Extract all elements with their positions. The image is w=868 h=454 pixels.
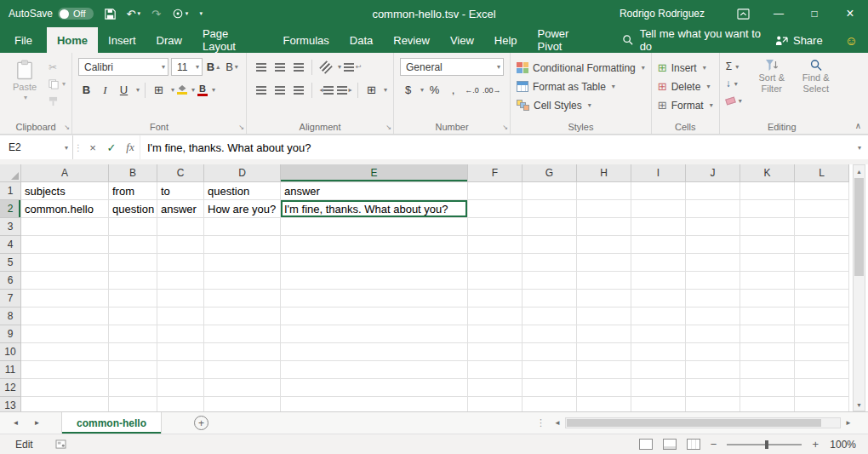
cell-F5[interactable]	[468, 254, 523, 272]
tab-home[interactable]: Home	[47, 27, 98, 53]
cell-E10[interactable]	[281, 343, 468, 361]
cell-I2[interactable]	[631, 200, 686, 218]
undo-button[interactable]: ↶ ▾	[127, 8, 140, 20]
sheet-nav-right-icon[interactable]: ►	[26, 412, 48, 434]
underline-dropdown-icon[interactable]: ▾	[134, 86, 140, 94]
cell-J7[interactable]	[686, 290, 740, 307]
scroll-down-icon[interactable]: ▼	[854, 399, 865, 411]
copy-button[interactable]: ▾	[49, 78, 66, 90]
format-painter-button[interactable]	[49, 95, 66, 107]
align-left-button[interactable]	[253, 82, 269, 98]
cell-F4[interactable]	[468, 236, 523, 254]
font-family-dropdown-icon[interactable]: ▾	[160, 63, 165, 71]
cell-F8[interactable]	[468, 307, 523, 325]
cell-H3[interactable]	[577, 218, 631, 236]
cell-B7[interactable]	[109, 290, 157, 307]
tab-scroll-divider[interactable]: ⋮	[530, 412, 551, 434]
cell-A8[interactable]	[21, 307, 109, 325]
borders-dropdown-icon[interactable]: ▾	[169, 86, 174, 94]
cell-H1[interactable]	[577, 182, 631, 200]
cell-L3[interactable]	[795, 218, 849, 236]
cell-E9[interactable]	[281, 325, 468, 343]
cell-G2[interactable]	[523, 200, 577, 218]
sheet-tab-common-hello[interactable]: common-hello	[61, 412, 162, 434]
cell-A9[interactable]	[21, 325, 109, 343]
cell-B11[interactable]	[109, 361, 157, 379]
tab-help[interactable]: Help	[484, 27, 528, 53]
cell-I9[interactable]	[631, 325, 686, 343]
conditional-formatting-button[interactable]: Conditional Formatting ▾	[517, 59, 645, 77]
cell-A6[interactable]	[21, 272, 109, 290]
cell-I7[interactable]	[631, 290, 686, 307]
orientation-button[interactable]	[317, 59, 334, 75]
page-break-view-button[interactable]	[687, 439, 700, 450]
cell-I1[interactable]	[631, 182, 686, 200]
orientation-dropdown-icon[interactable]: ▾	[336, 63, 341, 71]
zoom-out-button[interactable]: −	[711, 438, 717, 451]
row-header-7[interactable]: 7	[0, 290, 21, 307]
select-all-corner[interactable]	[0, 164, 21, 182]
cell-A3[interactable]	[21, 218, 109, 236]
autosave-toggle[interactable]: Off	[58, 8, 93, 20]
cell-A1[interactable]: subjects	[21, 182, 109, 200]
cell-C2[interactable]: answer	[157, 200, 204, 218]
vertical-scrollbar[interactable]: ▲ ▼	[853, 164, 865, 411]
zoom-in-button[interactable]: +	[812, 438, 819, 451]
cell-L9[interactable]	[795, 325, 849, 343]
find-select-button[interactable]: Find & Select	[794, 57, 838, 119]
enter-entry-button[interactable]: ✓	[102, 135, 121, 159]
cell-E2[interactable]: I'm fine, thanks. What about you?	[281, 200, 468, 218]
column-header-F[interactable]: F	[468, 164, 523, 182]
increase-decimal-button[interactable]: ←.0	[464, 82, 480, 98]
cell-F9[interactable]	[468, 325, 523, 343]
cell-H11[interactable]	[577, 361, 631, 379]
cell-L12[interactable]	[795, 379, 849, 397]
font-size-dropdown-icon[interactable]: ▾	[194, 63, 199, 71]
cell-A7[interactable]	[21, 290, 109, 307]
cell-H10[interactable]	[577, 343, 631, 361]
cell-I6[interactable]	[631, 272, 686, 290]
horizontal-scroll-thumb[interactable]	[567, 419, 821, 427]
increase-font-size-button[interactable]: B▴	[205, 59, 221, 75]
cell-A5[interactable]	[21, 254, 109, 272]
cell-B1[interactable]: from	[109, 182, 157, 200]
format-as-table-button[interactable]: Format as Table ▾	[517, 78, 645, 95]
clear-button[interactable]: ▾	[726, 94, 742, 107]
cell-K4[interactable]	[740, 236, 795, 254]
cell-A12[interactable]	[21, 379, 109, 397]
cell-K8[interactable]	[740, 307, 795, 325]
cell-C10[interactable]	[157, 343, 204, 361]
font-color-button[interactable]: B	[197, 84, 208, 96]
cell-L2[interactable]	[795, 200, 849, 218]
cell-E11[interactable]	[281, 361, 468, 379]
touch-mode-dropdown-icon[interactable]: ▾	[186, 10, 189, 17]
cell-J2[interactable]	[686, 200, 740, 218]
cell-G12[interactable]	[523, 379, 577, 397]
cell-J12[interactable]	[686, 379, 740, 397]
cell-I8[interactable]	[631, 307, 686, 325]
cell-D2[interactable]: How are you?	[204, 200, 281, 218]
cell-L7[interactable]	[795, 290, 849, 307]
cell-B12[interactable]	[109, 379, 157, 397]
scroll-left-icon[interactable]: ◄	[551, 419, 563, 427]
horizontal-scroll-track[interactable]	[565, 417, 841, 428]
cell-G7[interactable]	[523, 290, 577, 307]
cell-B10[interactable]	[109, 343, 157, 361]
cell-G9[interactable]	[523, 325, 577, 343]
top-align-button[interactable]	[253, 59, 269, 75]
cell-G3[interactable]	[523, 218, 577, 236]
cell-A4[interactable]	[21, 236, 109, 254]
column-header-I[interactable]: I	[631, 164, 686, 182]
cell-F1[interactable]	[468, 182, 523, 200]
cell-K10[interactable]	[740, 343, 795, 361]
cell-L6[interactable]	[795, 272, 849, 290]
fill-button[interactable]: ↓▾	[726, 77, 742, 90]
cell-C8[interactable]	[157, 307, 204, 325]
tab-data[interactable]: Data	[340, 27, 383, 53]
row-header-6[interactable]: 6	[0, 272, 21, 290]
cell-J10[interactable]	[686, 343, 740, 361]
cell-C11[interactable]	[157, 361, 204, 379]
cell-L4[interactable]	[795, 236, 849, 254]
cell-D13[interactable]	[204, 397, 281, 411]
cell-B2[interactable]: question	[109, 200, 157, 218]
